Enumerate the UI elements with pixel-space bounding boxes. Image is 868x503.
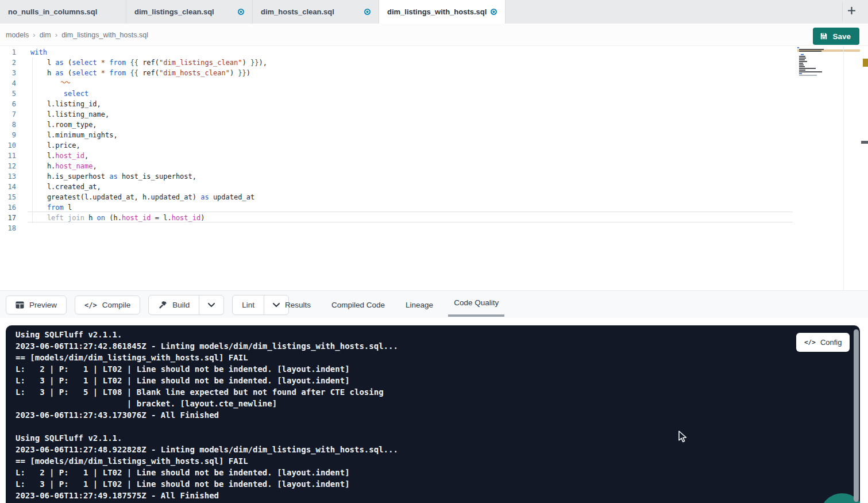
- line-number[interactable]: 16: [0, 202, 16, 213]
- line-number[interactable]: 18: [0, 223, 16, 233]
- build-options-button[interactable]: [199, 295, 223, 314]
- tabbar-divider: [842, 2, 843, 21]
- build-button-label: Build: [172, 301, 190, 309]
- terminal-line: L: 3 | P: 5 | LT08 | Blank line expected…: [16, 386, 398, 398]
- line-number[interactable]: 2: [0, 57, 16, 68]
- terminal-line: [16, 421, 398, 432]
- code-line[interactable]: h.host_name,: [30, 161, 267, 171]
- modified-dot-icon: [491, 9, 497, 15]
- minimap[interactable]: [797, 47, 842, 78]
- line-number[interactable]: 9: [0, 130, 16, 140]
- terminal-line: 2023-06-06T11:27:43.173076Z - All Finish…: [16, 409, 398, 421]
- chevron-down-icon: [208, 303, 215, 307]
- minimap-line: [797, 47, 799, 48]
- code-line[interactable]: l.room_type,: [30, 120, 267, 130]
- minimap-line: [799, 73, 802, 74]
- code-line[interactable]: l.host_id,: [30, 151, 267, 161]
- code-line[interactable]: from l: [30, 202, 267, 213]
- floppy-disk-icon: [820, 32, 828, 40]
- breadcrumb-item-models[interactable]: models: [6, 31, 29, 39]
- terminal-scrollbar[interactable]: [854, 329, 859, 502]
- preview-button[interactable]: Preview: [6, 295, 67, 314]
- terminal-line: L: 2 | P: 1 | LT02 | Line should not be …: [16, 363, 398, 375]
- minimap-line: [799, 63, 803, 64]
- line-number[interactable]: 13: [0, 171, 16, 182]
- code-line[interactable]: l.minimum_nights,: [30, 130, 267, 140]
- line-number[interactable]: 7: [0, 109, 16, 120]
- code-line[interactable]: with: [30, 47, 267, 57]
- config-button-label: Config: [820, 338, 842, 347]
- tab-results[interactable]: Results: [284, 301, 312, 309]
- tab-compiled-code[interactable]: Compiled Code: [330, 301, 386, 309]
- breadcrumb-separator: ›: [55, 30, 57, 39]
- terminal-line: 2023-06-06T11:27:48.922828Z - Linting mo…: [16, 444, 398, 455]
- hammer-icon: [158, 301, 167, 309]
- tab-dim-listings-clean[interactable]: dim_listings_clean.sql: [126, 0, 253, 24]
- minimap-line: [799, 57, 806, 59]
- line-numbers[interactable]: 123456789101112131415161718: [0, 47, 16, 233]
- terminal-line: | bracket. [layout.cte_newline]: [16, 398, 398, 409]
- code-editor[interactable]: 123456789101112131415161718 with l as (s…: [0, 46, 868, 290]
- terminal-line: == [models/dim/dim_listings_with_hosts.s…: [16, 352, 398, 363]
- code-line[interactable]: l as (select * from {{ ref("dim_listings…: [30, 57, 267, 68]
- code-line[interactable]: l.listing_id,: [30, 99, 267, 109]
- tab-no-nulls-in-columns[interactable]: no_nulls_in_columns.sql: [0, 0, 126, 24]
- modified-dot-icon: [238, 9, 244, 15]
- terminal-line: Using SQLFluff v2.1.1.: [16, 432, 398, 444]
- line-number[interactable]: 3: [0, 68, 16, 78]
- tab-label: no_nulls_in_columns.sql: [8, 7, 97, 16]
- tab-lineage[interactable]: Lineage: [404, 301, 434, 309]
- compile-button[interactable]: </> Compile: [75, 295, 140, 314]
- terminal-line: 2023-06-06T11:27:42.861845Z - Linting mo…: [16, 340, 398, 352]
- terminal-line: L: 3 | P: 1 | LT02 | Line should not be …: [16, 478, 398, 490]
- scrollbar-warning-marker: [863, 59, 868, 67]
- line-number[interactable]: 6: [0, 99, 16, 109]
- editor-tab-bar: no_nulls_in_columns.sql dim_listings_cle…: [0, 0, 868, 24]
- save-button-label: Save: [832, 32, 851, 41]
- save-button[interactable]: Save: [813, 28, 859, 45]
- tab-label: dim_listings_with_hosts.sql: [387, 7, 487, 16]
- tab-dim-hosts-clean[interactable]: dim_hosts_clean.sql: [253, 0, 379, 24]
- breadcrumb-separator: ›: [33, 30, 35, 39]
- line-number[interactable]: 15: [0, 192, 16, 202]
- minimap-line: [799, 49, 823, 50]
- line-number[interactable]: 17: [0, 213, 16, 223]
- line-number[interactable]: 10: [0, 140, 16, 151]
- breadcrumb-item-file[interactable]: dim_listings_with_hosts.sql: [61, 31, 148, 39]
- build-split-button: Build: [148, 295, 224, 315]
- editor-toolbar: Preview </> Compile Build: [0, 290, 868, 318]
- preview-button-label: Preview: [29, 301, 57, 309]
- lint-button[interactable]: Lint: [233, 295, 264, 314]
- line-number[interactable]: 12: [0, 161, 16, 171]
- chevron-down-icon: [273, 303, 280, 307]
- code-line[interactable]: h.is_superhost as host_is_superhost,: [30, 171, 267, 182]
- terminal-line: L: 3 | P: 1 | LT02 | Line should not be …: [16, 375, 398, 386]
- terminal-line: Using SQLFluff v2.1.1.: [16, 329, 398, 340]
- code-line[interactable]: [30, 223, 267, 233]
- code-line[interactable]: l.price,: [30, 140, 267, 151]
- line-number[interactable]: 5: [0, 89, 16, 99]
- minimap-line: [799, 61, 807, 62]
- line-number[interactable]: 4: [0, 78, 16, 89]
- code-line[interactable]: l.listing_name,: [30, 109, 267, 120]
- code-line[interactable]: l.created_at,: [30, 182, 267, 192]
- minimap-line: [799, 68, 816, 69]
- line-number[interactable]: 11: [0, 151, 16, 161]
- compile-button-label: Compile: [102, 301, 131, 309]
- modified-dot-icon: [364, 9, 371, 15]
- tab-code-quality[interactable]: Code Quality: [453, 298, 500, 307]
- breadcrumb-item-dim[interactable]: dim: [40, 31, 51, 39]
- code-line[interactable]: select: [30, 89, 267, 99]
- minimap-line: [799, 66, 805, 67]
- config-button[interactable]: </> Config: [796, 333, 850, 352]
- code-line[interactable]: greatest(l.updated_at, h.updated_at) as …: [30, 192, 267, 202]
- line-number[interactable]: 14: [0, 182, 16, 192]
- tab-dim-listings-with-hosts[interactable]: dim_listings_with_hosts.sql: [379, 0, 506, 24]
- editor-scrollbar-border: [843, 46, 844, 290]
- new-tab-button[interactable]: [843, 3, 859, 20]
- file-header-bar: models › dim › dim_listings_with_hosts.s…: [0, 24, 868, 46]
- build-button[interactable]: Build: [149, 295, 199, 314]
- code-line[interactable]: left join h on (h.host_id = l.host_id): [30, 213, 267, 223]
- line-number[interactable]: 1: [0, 47, 16, 57]
- line-number[interactable]: 8: [0, 120, 16, 130]
